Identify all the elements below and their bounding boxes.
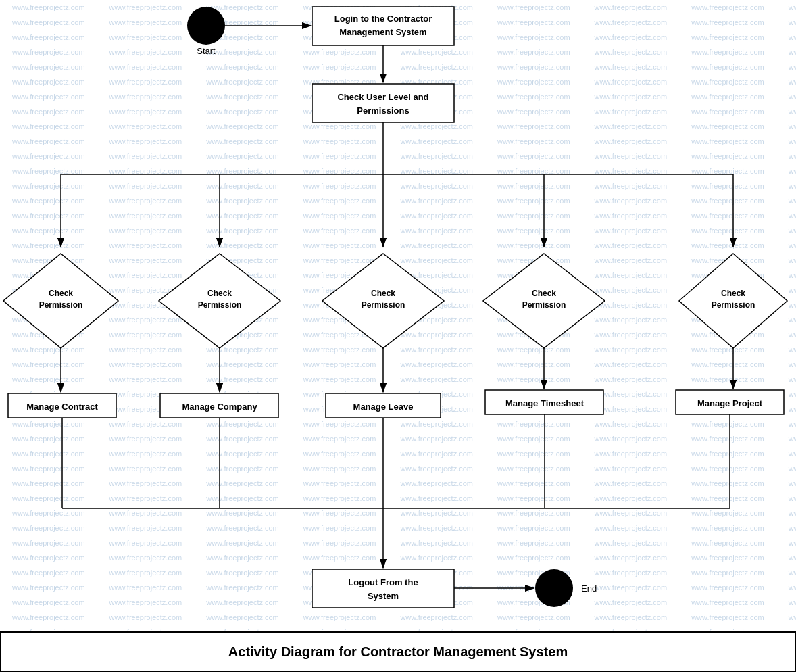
diamond-3-text-2: Permission	[362, 300, 405, 310]
check-permissions-box	[312, 84, 454, 122]
diamond-3-text-1: Check	[371, 289, 395, 298]
diamond-4-text-1: Check	[532, 289, 556, 298]
diamond-2-text-1: Check	[207, 289, 232, 298]
diagram-title: Activity Diagram for Contractor Manageme…	[228, 644, 568, 660]
logout-text-1: Logout From the	[348, 577, 418, 587]
start-node	[187, 7, 225, 45]
diamond-1-text-1: Check	[49, 289, 73, 298]
diamond-5-text-2: Permission	[712, 300, 755, 310]
diamond-1-text-2: Permission	[39, 300, 83, 310]
check-perm-text-2: Permissions	[357, 105, 409, 116]
check-perm-text-1: Check User Level and	[337, 92, 428, 102]
end-node	[535, 569, 573, 607]
manage-timesheet-text: Manage Timesheet	[505, 398, 584, 408]
diagram-container: Start Login to the Contractor Management…	[0, 0, 796, 672]
login-box	[312, 7, 454, 45]
manage-contract-text: Manage Contract	[26, 402, 98, 412]
manage-leave-text: Manage Leave	[353, 402, 414, 412]
logout-text-2: System	[368, 591, 399, 601]
manage-project-text: Manage Project	[697, 398, 763, 408]
end-label: End	[581, 583, 597, 594]
manage-company-text: Manage Company	[182, 402, 257, 412]
logout-box	[312, 569, 454, 608]
login-text-2: Management System	[339, 27, 426, 37]
title-bar: Activity Diagram for Contractor Manageme…	[0, 631, 796, 672]
diamond-5-text-1: Check	[721, 289, 745, 298]
start-label: Start	[197, 46, 216, 56]
login-text-1: Login to the Contractor	[334, 14, 432, 24]
diamond-4-text-2: Permission	[522, 300, 566, 310]
diamond-2-text-2: Permission	[198, 300, 242, 310]
